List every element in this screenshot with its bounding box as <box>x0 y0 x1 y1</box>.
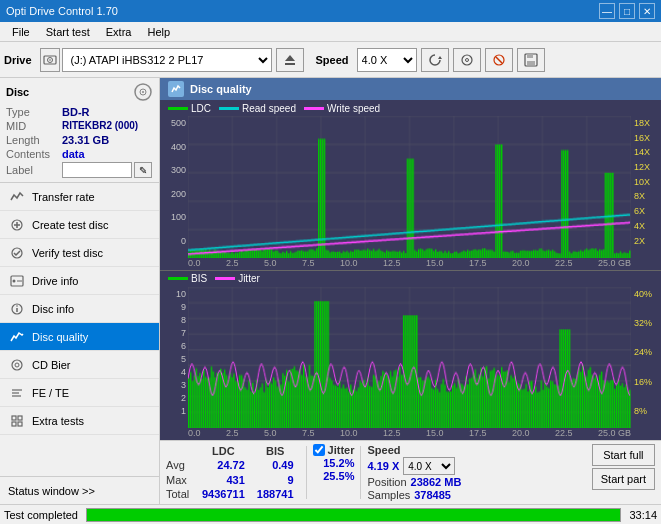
avg-bis: 0.49 <box>251 458 300 472</box>
fe-te-icon <box>8 384 26 402</box>
y-label-200: 200 <box>171 189 186 199</box>
jitter-col: Jitter 15.2% 25.5% <box>313 444 355 501</box>
cd-bier-label: CD Bier <box>32 359 71 371</box>
position-value: 23862 MB <box>411 476 462 488</box>
titlebar: Opti Drive Control 1.70 — □ ✕ <box>0 0 661 22</box>
ldc-color <box>168 107 188 110</box>
write-speed-color <box>304 107 324 110</box>
stats-divider-1 <box>306 446 307 499</box>
top-y-axis-left: 500 400 300 200 100 0 <box>160 116 188 258</box>
samples-label: Samples <box>367 489 410 501</box>
svg-marker-3 <box>285 55 295 61</box>
menu-file[interactable]: File <box>4 24 38 40</box>
top-chart-legend: LDC Read speed Write speed <box>160 100 661 116</box>
content-area: Disc quality LDC Read speed <box>160 78 661 504</box>
refresh-button[interactable] <box>421 48 449 72</box>
sidebar-item-verify-test-disc[interactable]: Verify test disc <box>0 239 159 267</box>
sidebar-item-extra-tests[interactable]: Extra tests <box>0 407 159 435</box>
bottom-chart-plot <box>188 287 631 429</box>
y-right-8x: 8X <box>634 191 661 201</box>
bis-header: BIS <box>251 444 300 458</box>
y-label-100: 100 <box>171 212 186 222</box>
toolbar: Drive (J:) ATAPI iHBS312 2 PL17 Speed 4.… <box>0 42 661 78</box>
jitter-color <box>215 277 235 280</box>
main-content: Disc Type BD-R MID RITEKBR2 (000) Length… <box>0 78 661 504</box>
speed-header: Speed <box>367 444 461 456</box>
sidebar-item-fe-te[interactable]: FE / TE <box>0 379 159 407</box>
menu-extra[interactable]: Extra <box>98 24 140 40</box>
stats-divider-2 <box>360 446 361 499</box>
ldc-legend-item: LDC <box>168 103 211 114</box>
jitter-checkbox[interactable] <box>313 444 325 456</box>
disc-panel-title: Disc <box>6 86 29 98</box>
total-ldc: 9436711 <box>196 487 251 501</box>
bis-legend-item: BIS <box>168 273 207 284</box>
y-label-400: 400 <box>171 142 186 152</box>
speed-select-stats[interactable]: 4.0 X <box>403 457 455 475</box>
sidebar-item-transfer-rate[interactable]: Transfer rate <box>0 183 159 211</box>
drive-info-icon <box>8 272 26 290</box>
titlebar-controls: — □ ✕ <box>599 3 655 19</box>
drive-select[interactable]: (J:) ATAPI iHBS312 2 PL17 <box>62 48 272 72</box>
svg-point-15 <box>142 91 144 93</box>
y-right-12x: 12X <box>634 162 661 172</box>
transfer-rate-icon <box>8 188 26 206</box>
svg-point-21 <box>13 279 16 282</box>
read-speed-legend-item: Read speed <box>219 103 296 114</box>
close-button[interactable]: ✕ <box>639 3 655 19</box>
svg-rect-34 <box>18 422 22 426</box>
bottom-y-axis-left: 10 9 8 7 6 5 4 3 2 1 <box>160 287 188 429</box>
sidebar-item-disc-quality[interactable]: Disc quality <box>0 323 159 351</box>
minimize-button[interactable]: — <box>599 3 615 19</box>
bis-legend-label: BIS <box>191 273 207 284</box>
disc-button[interactable] <box>453 48 481 72</box>
save-button[interactable] <box>517 48 545 72</box>
sidebar-item-disc-info[interactable]: Disc info <box>0 295 159 323</box>
create-test-disc-icon <box>8 216 26 234</box>
y-label-0: 0 <box>181 236 186 246</box>
label-input[interactable] <box>62 162 132 178</box>
y-right-14x: 14X <box>634 147 661 157</box>
jitter-legend-label: Jitter <box>238 273 260 284</box>
length-value: 23.31 GB <box>62 134 109 146</box>
avg-jitter: 15.2% <box>313 457 355 469</box>
sidebar-item-cd-bier[interactable]: CD Bier <box>0 351 159 379</box>
cd-bier-icon <box>8 356 26 374</box>
svg-rect-12 <box>527 61 535 65</box>
svg-point-27 <box>15 363 19 367</box>
svg-rect-31 <box>12 416 16 420</box>
start-full-button[interactable]: Start full <box>592 444 655 466</box>
label-edit-button[interactable]: ✎ <box>134 162 152 178</box>
speed-select[interactable]: 4.0 X <box>357 48 417 72</box>
top-x-axis: 0.0 2.5 5.0 7.5 10.0 12.5 15.0 17.5 20.0… <box>188 258 631 270</box>
sidebar-item-create-test-disc[interactable]: Create test disc <box>0 211 159 239</box>
y-right-6x: 6X <box>634 206 661 216</box>
top-y-axis-right: 18X 16X 14X 12X 10X 8X 6X 4X 2X <box>631 116 661 258</box>
menu-help[interactable]: Help <box>139 24 178 40</box>
jitter-legend-item: Jitter <box>215 273 260 284</box>
time-display: 33:14 <box>629 509 657 521</box>
sidebar: Disc Type BD-R MID RITEKBR2 (000) Length… <box>0 78 160 504</box>
start-part-button[interactable]: Start part <box>592 468 655 490</box>
menu-start-test[interactable]: Start test <box>38 24 98 40</box>
erase-button[interactable] <box>485 48 513 72</box>
stats-bar: LDC BIS Avg 24.72 0.49 Max 431 9 Total <box>160 440 661 504</box>
y-right-16x: 16X <box>634 133 661 143</box>
extra-tests-icon <box>8 412 26 430</box>
status-window-button[interactable]: Status window >> <box>0 476 159 504</box>
y-label-500: 500 <box>171 118 186 128</box>
disc-info-icon <box>8 300 26 318</box>
transfer-rate-label: Transfer rate <box>32 191 95 203</box>
sidebar-item-drive-info[interactable]: Drive info <box>0 267 159 295</box>
total-label: Total <box>166 487 196 501</box>
y-label-300: 300 <box>171 165 186 175</box>
disc-quality-icon <box>8 328 26 346</box>
verify-test-disc-label: Verify test disc <box>32 247 103 259</box>
type-value: BD-R <box>62 106 90 118</box>
drive-label: Drive <box>4 54 32 66</box>
maximize-button[interactable]: □ <box>619 3 635 19</box>
stats-table: LDC BIS Avg 24.72 0.49 Max 431 9 Total <box>166 444 300 501</box>
svg-rect-32 <box>18 416 22 420</box>
eject-button[interactable] <box>276 48 304 72</box>
max-ldc: 431 <box>196 473 251 487</box>
